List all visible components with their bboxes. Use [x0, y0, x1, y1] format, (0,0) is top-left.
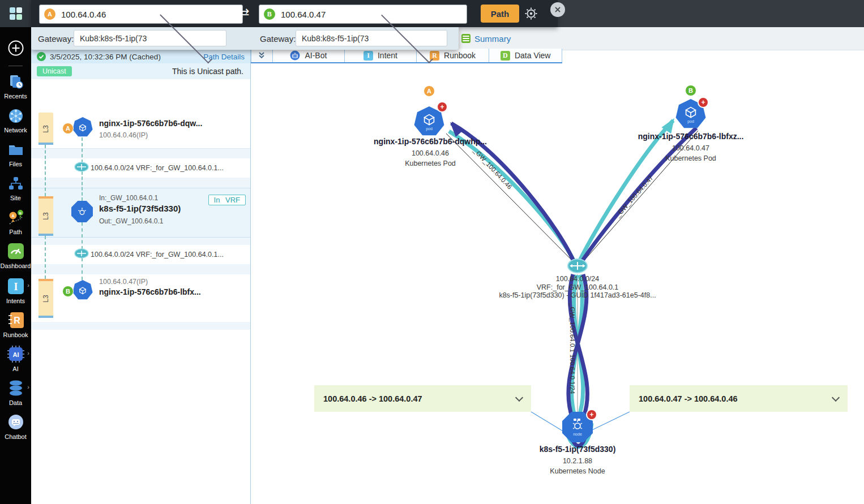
robot-icon [290, 50, 300, 61]
gateway-b-select[interactable]: Kub8:k8s-f5-1ip(73f5d330)._GW_... [296, 30, 447, 46]
tab-label: AI-Bot [305, 51, 327, 60]
k8s-node-type: Kubernetes Node [493, 467, 662, 475]
close-panel-button[interactable] [550, 2, 565, 17]
site-tree-icon [7, 175, 24, 192]
app-menu-button[interactable] [0, 0, 31, 27]
network-globe-icon [7, 107, 24, 124]
pod-b-endpoint-badge: B [685, 85, 696, 96]
sidebar-item-path[interactable]: A B Path [0, 209, 31, 235]
vrf-ellipse-icon[interactable] [568, 259, 587, 273]
hop-a-pod-icon[interactable] [72, 117, 93, 137]
tab-label: Data View [515, 51, 551, 60]
endpoint-b-input[interactable] [280, 9, 462, 20]
summary-button[interactable]: Summary [461, 27, 511, 50]
pod-a-icon-label: pod [426, 127, 433, 131]
swap-endpoints-icon[interactable]: ⇄ [239, 7, 249, 19]
tab-intent[interactable]: I Intent [345, 49, 417, 62]
summary-icon [461, 34, 471, 43]
ai-icon: AI [7, 345, 25, 363]
collapse-tabs-button[interactable] [251, 49, 273, 62]
svg-text:I: I [14, 281, 18, 292]
in-vrf-badge: In VRF [208, 195, 246, 205]
hop-a-endpoint-badge: A [62, 123, 74, 134]
flow-selector-right[interactable]: 100.64.0.47 -> 100.64.0.46 [630, 385, 848, 412]
svg-text:B: B [19, 212, 22, 215]
chevron-right-icon: › [27, 282, 29, 288]
hop-b-pod-icon[interactable] [72, 280, 93, 300]
k8s-node-name: k8s-f5-1ip(73f5d330) [493, 445, 662, 454]
pod-a-alert-icon[interactable]: + [437, 101, 448, 113]
unicast-note: This is Unicast path. [172, 67, 243, 76]
pod-cube-icon [683, 105, 699, 119]
pod-a-type: Kubernetes Pod [345, 160, 515, 167]
plus-circle-icon [7, 40, 24, 57]
folder-icon [7, 141, 24, 158]
unicast-badge: Unicast [37, 66, 72, 76]
path-timestamp: 3/5/2025, 10:32:36 PM (Cached) [50, 53, 161, 61]
sidebar-item-files[interactable]: Files [0, 141, 31, 167]
chevron-down-icon[interactable] [832, 393, 840, 401]
hop-b-endpoint-badge: B [62, 286, 74, 297]
pod-a-ip: 100.64.0.46 [345, 149, 515, 157]
hop-b-name[interactable]: nginx-1ip-576c6b7b6-lbfx... [99, 287, 201, 296]
gateway-a-value: Kub8:k8s-f5-1ip(73f5d330)._GW_... [80, 34, 147, 43]
tab-label: Runbook [444, 51, 476, 60]
flow-selector-left[interactable]: 100.64.0.46 -> 100.64.0.47 [314, 385, 531, 412]
sidebar-item-runbook[interactable]: R Runbook [0, 311, 31, 338]
pod-b-name: nginx-1ip-576c6b7b6-lbfxz... [606, 132, 776, 141]
app-window: _GW_100.64.0.46 _GW_100.64.0.47 _GW_100.… [0, 0, 864, 504]
gateway-popup: Gateway: Kub8:k8s-f5-1ip(73f5d330)._GW_.… [31, 27, 459, 50]
hop-a-ip: 100.64.0.46(IP) [99, 131, 148, 139]
vrf-hop-1-text[interactable]: 100.64.0.0/24 VRF:_for_GW_100.64.0.1... [91, 164, 224, 172]
pod-b-ip: 100.64.0.47 [606, 144, 776, 152]
hop-in-interface: In:_GW_100.64.0.1 [99, 194, 158, 202]
endpoint-a-field[interactable]: A [39, 5, 243, 24]
hop-node-name[interactable]: k8s-f5-1ip(73f5d330) [99, 204, 181, 213]
gateway-a-select[interactable]: Kub8:k8s-f5-1ip(73f5d330)._GW_... [74, 30, 226, 46]
hop-a-name[interactable]: nginx-1ip-576c6b7b6-dqw... [99, 119, 202, 128]
data-view-icon: D [501, 51, 510, 61]
dashboard-gauge-icon [7, 242, 25, 260]
tab-data-view[interactable]: D Data View [489, 49, 562, 62]
vrf-hop-icon[interactable] [74, 162, 89, 173]
path-search-panel: A ⇄ B Path [31, 0, 558, 27]
sidebar-item-ai[interactable]: AI › AI [0, 345, 31, 372]
chatbot-icon [7, 413, 25, 431]
sidebar-item-intents[interactable]: I › Intents [0, 277, 31, 304]
runbook-icon: R [7, 311, 25, 329]
topology-canvas[interactable]: _GW_100.64.0.46 _GW_100.64.0.47 _GW_100.… [251, 63, 864, 504]
path-pins-icon: A B [7, 209, 24, 226]
app-grid-icon [8, 6, 24, 21]
sidebar-item-dashboard[interactable]: Dashboard [0, 242, 31, 269]
chevron-right-icon: › [27, 350, 29, 356]
sidebar-item-data[interactable]: › Data [0, 379, 31, 406]
pod-a-endpoint-badge: A [424, 85, 435, 97]
top-header-bar: A ⇄ B Path [0, 0, 864, 27]
sidebar-item-site[interactable]: Site [0, 175, 31, 201]
endpoint-b-field[interactable]: B [259, 5, 467, 24]
add-button[interactable] [0, 40, 31, 58]
pod-b-alert-icon[interactable]: + [698, 97, 709, 108]
svg-text:R: R [14, 316, 20, 325]
gear-icon[interactable] [525, 7, 537, 20]
flow-selector-right-label: 100.64.0.47 -> 100.64.0.46 [639, 394, 738, 403]
pod-b-type: Kubernetes Pod [606, 154, 776, 162]
path-button[interactable]: Path [481, 5, 519, 23]
sidebar-item-recents[interactable]: Recents [0, 74, 31, 100]
vrf-hop-icon[interactable] [74, 248, 89, 259]
chevron-down-icon[interactable] [515, 393, 523, 401]
vrf-hop-2-text[interactable]: 100.64.0.0/24 VRF:_for_GW_100.64.0.1... [91, 251, 224, 259]
hop-node-icon[interactable] [71, 201, 93, 222]
hop-list: L3 A nginx-1ip-576c6b7b6-dqw... 100.64.0… [31, 79, 250, 504]
gateway-a-label: Gateway: [38, 27, 74, 50]
endpoint-b-badge: B [264, 8, 275, 20]
sidebar-item-chatbot[interactable]: Chatbot [0, 413, 31, 440]
pod-cube-icon [421, 113, 437, 126]
endpoint-a-input[interactable] [60, 9, 238, 20]
k8s-node-ip: 10.2.1.88 [493, 457, 662, 465]
tab-ai-bot[interactable]: AI-Bot [273, 49, 345, 62]
flow-connector-right [592, 412, 630, 430]
ai-icon-text: AI [12, 351, 19, 358]
k8s-node-alert-icon[interactable]: + [586, 409, 597, 420]
sidebar-item-network[interactable]: Network [0, 107, 31, 133]
